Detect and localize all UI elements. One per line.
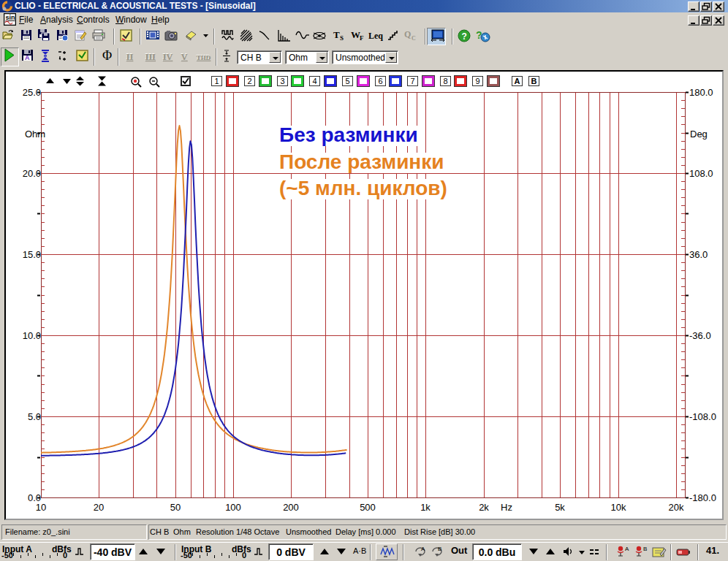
svg-text:THD: THD	[197, 54, 211, 61]
svg-text:F: F	[360, 34, 364, 42]
svg-text:B: B	[438, 546, 441, 552]
svg-text:sin: sin	[6, 14, 15, 21]
svg-text:Q: Q	[404, 29, 411, 39]
svg-text:IV: IV	[163, 52, 173, 62]
svg-text:C: C	[412, 35, 416, 42]
svg-text:III: III	[145, 52, 156, 62]
svg-text:Leq: Leq	[368, 31, 383, 41]
svg-text:A: A	[625, 546, 629, 552]
svg-text:A: A	[25, 54, 30, 61]
svg-text:V: V	[181, 52, 188, 62]
svg-text:A: A	[421, 546, 425, 552]
svg-text:?: ?	[462, 31, 467, 42]
svg-text:B: B	[643, 546, 647, 552]
svg-text:T: T	[333, 29, 340, 40]
svg-text:S: S	[340, 34, 344, 42]
svg-text:II: II	[126, 52, 134, 62]
svg-text:Φ: Φ	[102, 48, 112, 63]
